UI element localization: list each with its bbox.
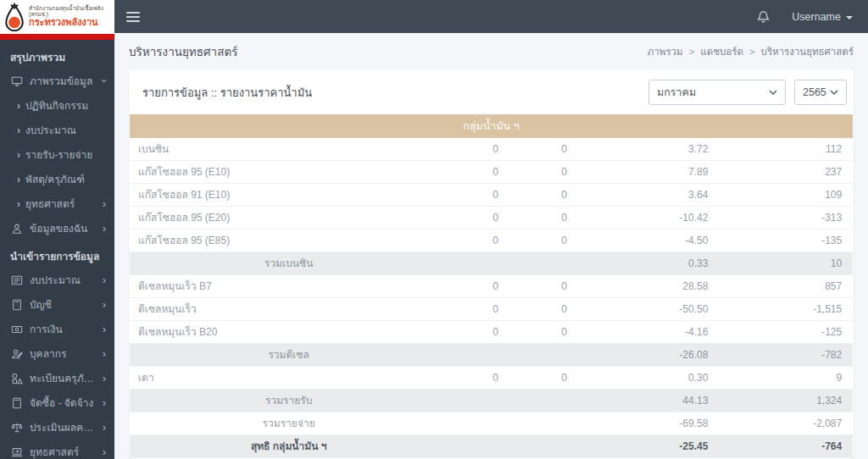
year-select[interactable]: 2565 [794, 80, 847, 105]
row-value-cell: 0 [448, 230, 498, 252]
calculator-icon [10, 299, 23, 311]
row-value-cell: -764 [708, 435, 842, 457]
sidebar-subitem[interactable]: ›ปฏิทินกิจกรรม [0, 93, 114, 118]
user-menu[interactable]: Username [792, 11, 853, 23]
month-select-value: มกราคม [657, 84, 696, 101]
row-padding [842, 138, 853, 160]
row-label-cell: เบนซิน [130, 138, 448, 160]
row-padding [842, 184, 853, 206]
sidebar-subitem[interactable]: ›ยุทธศาสตร์› [0, 191, 114, 216]
money-icon [10, 324, 23, 335]
row-value-cell: -4.16 [567, 321, 708, 343]
sidebar-subitem[interactable]: ›งบประมาณ [0, 118, 114, 142]
row-value-cell: -2,087 [708, 412, 842, 434]
row-value-cell [498, 435, 567, 457]
main-area: Username บริหารงานยุทธศาสตร์ ภาพรวม>แดชบ… [114, 0, 868, 459]
row-value-cell: -50.50 [567, 298, 708, 320]
monitor-icon [10, 75, 23, 87]
filters: มกราคม 2565 [648, 80, 847, 105]
row-label-cell: แก๊สโซฮอล 91 (E10) [130, 184, 448, 206]
sidebar-item-label: บุคลากร [30, 346, 96, 362]
chevron-right-icon: › [103, 324, 106, 335]
breadcrumb-item[interactable]: ภาพรวม [648, 44, 683, 59]
laptop-icon [10, 446, 23, 458]
sidebar-item-label: งบประมาณ [30, 272, 96, 288]
row-label-cell: สุทธิ กลุ่มน้ำมัน ฯ [130, 435, 448, 457]
row-padding [842, 207, 853, 229]
table-body: เบนซิน003.72112แก๊สโซฮอล 95 (E10)007.892… [130, 138, 853, 458]
row-padding [842, 321, 853, 343]
sidebar-item[interactable]: งบประมาณ› [0, 268, 114, 292]
row-label-cell: ดีเซลหมุนเร็ว B7 [130, 275, 448, 297]
sidebar-toggle-button[interactable] [126, 9, 140, 25]
row-value-cell: -1,515 [708, 298, 842, 320]
sidebar-subitem[interactable]: ›พัสดุ/ครุภัณฑ์ [0, 167, 114, 191]
row-padding [842, 412, 853, 434]
caret-down-icon [846, 16, 853, 19]
row-padding [842, 435, 853, 457]
sidebar-item-label: ภาพรวมข้อมูล [30, 73, 96, 89]
angle-right-icon: › [17, 124, 20, 136]
row-value-cell: 9 [708, 367, 842, 389]
row-value-cell: 10 [708, 252, 842, 274]
angle-right-icon: › [17, 100, 20, 112]
row-value-cell [498, 412, 567, 434]
row-label-cell: เตา [130, 367, 448, 389]
sidebar-item[interactable]: ภาพรวมข้อมูล› [0, 69, 114, 93]
sidebar-item[interactable]: บัญชี› [0, 292, 114, 317]
sidebar-item-label: ประเมินผลความคุ้มค่า [30, 419, 96, 435]
sidebar-item[interactable]: ทะเบียนครุภัณฑ์› [0, 366, 114, 390]
row-value-cell: -125 [708, 321, 842, 343]
sidebar-item-label: การเงิน [30, 321, 96, 337]
angle-right-icon: › [17, 149, 20, 161]
brand-stripe [0, 34, 114, 40]
row-padding [842, 252, 853, 274]
sidebar-item[interactable]: ประเมินผลความคุ้มค่า› [0, 415, 114, 440]
chevron-right-icon: › [103, 373, 106, 384]
sidebar-item[interactable]: บุคลากร› [0, 341, 114, 366]
sidebar-nav: สรุปภาพรวมภาพรวมข้อมูล››ปฏิทินกิจกรรม›งบ… [0, 40, 114, 459]
table-row: แก๊สโซฮอล 91 (E10)003.64109 [130, 184, 853, 207]
row-value-cell: 0 [498, 230, 567, 252]
angle-right-icon: › [17, 198, 20, 210]
sidebar-item-label: ทะเบียนครุภัณฑ์ [30, 370, 96, 386]
brand-link[interactable]: สำนักงานกองทุนน้ำมันเชื้อเพลิง (สกนช.) ก… [0, 0, 114, 34]
list-icon [10, 274, 23, 286]
sidebar-item-label: ข้อมูลของฉัน [30, 220, 96, 236]
sidebar-item[interactable]: ข้อมูลของฉัน› [0, 216, 114, 241]
row-value-cell [498, 344, 567, 366]
row-padding [842, 230, 853, 252]
sidebar-subitem-label: รายรับ-รายจ่าย [25, 147, 106, 163]
username-label: Username [792, 11, 841, 23]
row-value-cell: 28.58 [567, 275, 708, 297]
row-value-cell: -4.50 [567, 230, 708, 252]
row-value-cell [448, 435, 498, 457]
row-value-cell: 44.13 [567, 390, 708, 412]
row-value-cell: 109 [708, 184, 842, 206]
breadcrumb-separator: > [749, 47, 755, 57]
row-value-cell: 0 [498, 184, 567, 206]
notifications-bell-icon[interactable] [757, 10, 770, 24]
table-summary-row: รวมรายรับ44.131,324 [130, 390, 853, 412]
sidebar-item[interactable]: การเงิน› [0, 317, 114, 341]
user-icon [10, 223, 23, 235]
row-value-cell: 0 [448, 275, 498, 297]
sidebar-subitem[interactable]: ›รายรับ-รายจ่าย [0, 142, 114, 167]
table-summary-row: รวมดีเซล-26.08-782 [130, 344, 853, 367]
row-value-cell [498, 252, 567, 274]
sidebar-item[interactable]: ยุทธศาสตร์› [0, 440, 114, 459]
sidebar-item-label: บัญชี [30, 296, 96, 312]
sidebar-item[interactable]: จัดซื้อ - จัดจ้าง› [0, 390, 114, 415]
report-card: รายการข้อมูล :: รายงานราคาน้ำมัน มกราคม … [129, 69, 854, 459]
row-label-cell: แก๊สโซฮอล 95 (E20) [130, 207, 448, 229]
row-value-cell: -135 [708, 230, 842, 252]
year-select-value: 2565 [803, 86, 826, 98]
breadcrumb-item[interactable]: บริหารงานยุทธศาสตร์ [761, 44, 854, 59]
chevron-down-icon [769, 90, 777, 95]
row-value-cell: 0 [448, 138, 498, 160]
row-value-cell: 0 [448, 298, 498, 320]
breadcrumb-item[interactable]: แดชบอร์ด [700, 44, 743, 59]
month-select[interactable]: มกราคม [648, 80, 786, 105]
fuel-report-table: กลุ่มน้ำมัน ฯ เบนซิน003.72112แก๊สโซฮอล 9… [130, 114, 853, 458]
row-label-cell: รวมรายจ่าย [130, 412, 448, 434]
